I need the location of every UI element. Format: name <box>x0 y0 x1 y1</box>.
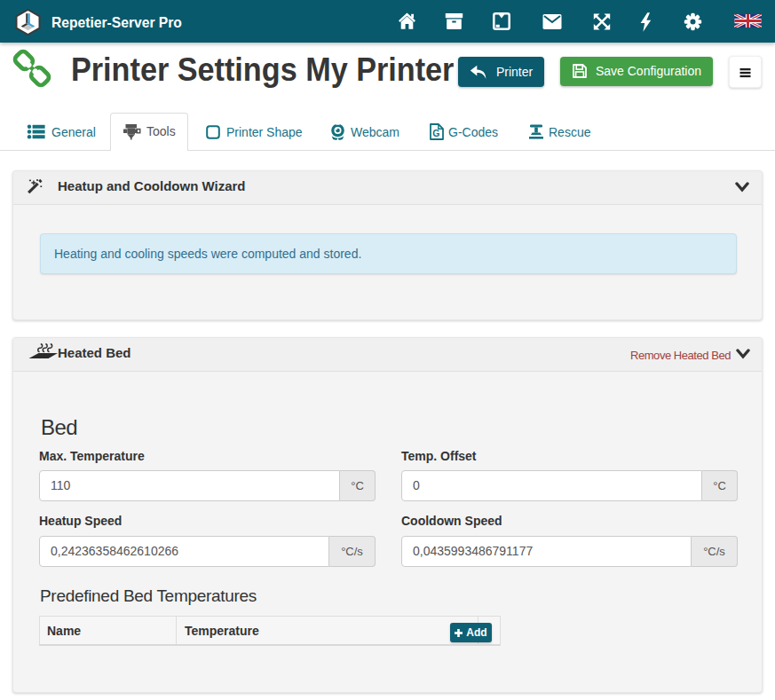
svg-text:G: G <box>432 128 439 138</box>
